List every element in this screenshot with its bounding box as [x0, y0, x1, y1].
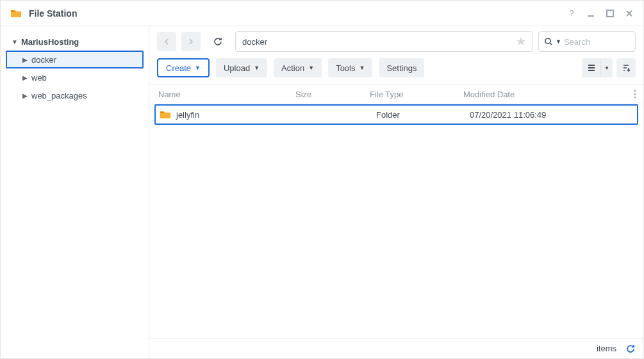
- tools-button[interactable]: Tools ▼: [328, 58, 372, 77]
- button-label: Upload: [224, 63, 250, 73]
- titlebar: File Station ?: [1, 1, 643, 26]
- tree-item-label: web: [31, 73, 47, 83]
- button-label: Action: [281, 63, 304, 73]
- forward-button[interactable]: [181, 32, 201, 51]
- chevron-down-icon: ▼: [11, 38, 19, 45]
- refresh-button[interactable]: [208, 32, 227, 51]
- column-menu-icon[interactable]: [627, 90, 643, 99]
- app-window: File Station ? ▼ MariusHosting ▶ docker …: [0, 0, 644, 359]
- folder-icon: [160, 110, 171, 119]
- view-controls: ▼: [582, 58, 636, 77]
- app-icon: [10, 7, 22, 20]
- search-icon: [544, 37, 553, 46]
- chevron-down-icon: ▼: [254, 65, 260, 71]
- svg-point-6: [634, 97, 636, 99]
- tree-root[interactable]: ▼ MariusHosting: [1, 33, 149, 51]
- tree-item-label: docker: [31, 55, 56, 65]
- grid-header: Name Size File Type Modified Date: [149, 84, 643, 104]
- sort-button[interactable]: [616, 58, 636, 77]
- chevron-down-icon: ▼: [195, 65, 201, 71]
- help-icon[interactable]: ?: [566, 8, 577, 19]
- maximize-icon[interactable]: [605, 8, 615, 19]
- create-button[interactable]: Create ▼: [157, 58, 210, 77]
- chevron-right-icon: ▶: [21, 92, 29, 99]
- row-date: 07/20/2021 11:06:49: [470, 110, 620, 120]
- svg-point-4: [634, 90, 636, 92]
- statusbar: items: [149, 338, 643, 358]
- view-dropdown-button[interactable]: ▼: [601, 58, 613, 77]
- svg-point-5: [634, 93, 636, 95]
- close-icon[interactable]: [624, 8, 634, 19]
- nav-toolbar: docker ▼: [149, 26, 643, 57]
- status-refresh-button[interactable]: [625, 344, 636, 354]
- svg-text:?: ?: [570, 9, 574, 18]
- sidebar: ▼ MariusHosting ▶ docker ▶ web ▶ web_pac…: [1, 26, 149, 358]
- body: ▼ MariusHosting ▶ docker ▶ web ▶ web_pac…: [1, 26, 643, 358]
- items-label: items: [597, 344, 616, 353]
- action-toolbar: Create ▼ Upload ▼ Action ▼ Tools ▼ Setti…: [149, 57, 643, 84]
- chevron-down-icon[interactable]: ▼: [556, 38, 561, 45]
- svg-point-3: [545, 38, 550, 44]
- favorite-icon[interactable]: [516, 36, 526, 47]
- upload-button[interactable]: Upload ▼: [216, 58, 267, 77]
- grid-body: jellyfin Folder 07/20/2021 11:06:49: [149, 104, 643, 338]
- back-button[interactable]: [157, 32, 176, 51]
- tree-item-web-packages[interactable]: ▶ web_packages: [1, 86, 149, 104]
- main-panel: docker ▼ Create ▼: [149, 26, 643, 358]
- chevron-down-icon: ▼: [308, 65, 314, 71]
- tree-root-label: MariusHosting: [21, 37, 79, 47]
- button-label: Settings: [386, 63, 417, 73]
- column-name[interactable]: Name: [149, 90, 295, 99]
- path-text: docker: [242, 37, 267, 47]
- tree-item-label: web_packages: [31, 91, 87, 100]
- svg-rect-2: [607, 10, 613, 17]
- row-name: jellyfin: [176, 110, 199, 120]
- search-box[interactable]: ▼: [538, 31, 636, 52]
- column-size[interactable]: Size: [295, 90, 370, 99]
- tree-item-web[interactable]: ▶ web: [1, 68, 149, 86]
- search-input[interactable]: [564, 37, 644, 47]
- app-title: File Station: [29, 8, 566, 19]
- column-type[interactable]: File Type: [370, 90, 463, 99]
- row-type: Folder: [376, 110, 470, 120]
- tree-item-docker[interactable]: ▶ docker: [6, 51, 144, 68]
- chevron-down-icon: ▼: [359, 65, 365, 71]
- path-input[interactable]: docker: [235, 31, 533, 52]
- settings-button[interactable]: Settings: [379, 58, 424, 77]
- list-view-button[interactable]: [582, 58, 601, 77]
- action-button[interactable]: Action ▼: [274, 58, 322, 77]
- column-date[interactable]: Modified Date: [463, 90, 627, 99]
- table-row[interactable]: jellyfin Folder 07/20/2021 11:06:49: [154, 104, 638, 125]
- button-label: Tools: [336, 63, 355, 73]
- window-controls: ?: [566, 8, 634, 19]
- svg-rect-1: [588, 15, 594, 17]
- chevron-right-icon: ▶: [21, 74, 29, 81]
- minimize-icon[interactable]: [586, 8, 596, 19]
- chevron-right-icon: ▶: [21, 56, 29, 63]
- button-label: Create: [166, 63, 191, 73]
